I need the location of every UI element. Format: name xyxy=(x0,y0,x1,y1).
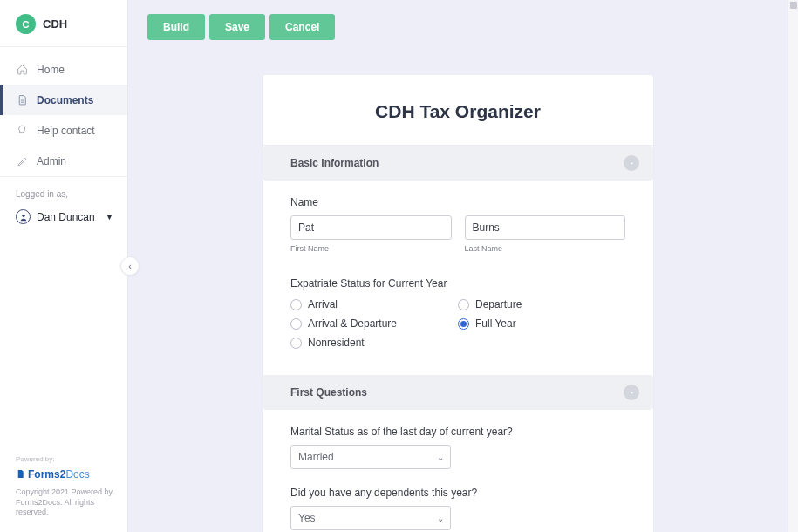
action-bar: Build Save Cancel xyxy=(147,14,768,40)
expatriate-status-radios: Arrival Departure Arrival & Departure Fu… xyxy=(290,298,625,349)
section-title: First Questions xyxy=(290,386,367,399)
nav-label: Home xyxy=(37,64,65,76)
chevron-down-icon: ▼ xyxy=(106,213,113,222)
radio-arrival[interactable]: Arrival xyxy=(290,298,458,310)
help-icon xyxy=(17,125,28,136)
document-icon xyxy=(17,94,28,106)
radio-icon xyxy=(290,299,302,310)
document-icon xyxy=(16,469,25,479)
nav-label: Admin xyxy=(37,155,66,167)
form-card: CDH Tax Organizer Basic Information Name… xyxy=(263,75,653,532)
user-menu[interactable]: Dan Duncan ▼ xyxy=(16,209,113,224)
cancel-button[interactable]: Cancel xyxy=(269,14,335,40)
collapse-section-icon[interactable] xyxy=(624,385,639,400)
name-label: Name xyxy=(290,196,625,208)
dependents-label: Did you have any dependents this year? xyxy=(290,487,625,499)
brand-part: Forms xyxy=(28,468,60,481)
user-name: Dan Duncan xyxy=(37,211,106,223)
sidebar-footer: Powered by: Forms2Docs Copyright 2021 Po… xyxy=(0,455,127,532)
marital-status-label: Marital Status as of the last day of cur… xyxy=(290,426,625,438)
sidebar: C CDH Home Documents Help contact Admin … xyxy=(0,0,128,532)
radio-label: Departure xyxy=(475,298,522,310)
first-name-input[interactable] xyxy=(290,215,452,240)
save-button[interactable]: Save xyxy=(209,14,265,40)
brand-name: CDH xyxy=(43,17,67,31)
nav-label: Help contact xyxy=(37,125,95,137)
nav-item-help[interactable]: Help contact xyxy=(0,115,127,146)
nav-list: Home Documents Help contact Admin xyxy=(0,47,127,177)
user-section: Logged in as, Dan Duncan ▼ xyxy=(0,177,127,235)
radio-icon xyxy=(290,318,302,330)
expatriate-status-label: Expatriate Status for Current Year xyxy=(290,277,625,290)
last-name-input[interactable] xyxy=(465,215,626,240)
brand-part: Docs xyxy=(65,468,89,481)
build-button[interactable]: Build xyxy=(147,14,205,40)
radio-label: Arrival & Departure xyxy=(308,317,397,330)
form-title: CDH Tax Organizer xyxy=(263,75,653,146)
section-header-first-questions[interactable]: First Questions xyxy=(263,375,653,410)
copyright-text: Copyright 2021 Powered by Forms2Docs. Al… xyxy=(16,488,113,518)
brand-part: 2 xyxy=(60,468,66,481)
svg-point-0 xyxy=(22,214,24,216)
scrollbar-track[interactable] xyxy=(788,0,798,532)
logged-in-label: Logged in as, xyxy=(16,189,113,199)
radio-arrival-departure[interactable]: Arrival & Departure xyxy=(290,317,458,330)
main-content: Build Save Cancel CDH Tax Organizer Basi… xyxy=(128,0,788,532)
radio-label: Nonresident xyxy=(308,337,365,349)
radio-icon xyxy=(458,318,469,330)
collapse-section-icon[interactable] xyxy=(624,155,639,171)
section-body-first-questions: Marital Status as of the last day of cur… xyxy=(263,410,653,532)
radio-icon xyxy=(458,299,469,310)
section-header-basic-info[interactable]: Basic Information xyxy=(263,146,653,181)
radio-departure[interactable]: Departure xyxy=(458,298,625,310)
radio-full-year[interactable]: Full Year xyxy=(458,317,625,330)
avatar-icon xyxy=(16,209,31,224)
radio-label: Arrival xyxy=(308,298,338,310)
nav-item-admin[interactable]: Admin xyxy=(0,146,127,176)
dependents-select[interactable]: Yes xyxy=(290,506,451,530)
radio-icon xyxy=(290,338,302,349)
radio-nonresident[interactable]: Nonresident xyxy=(290,337,458,349)
marital-status-select[interactable]: Married xyxy=(290,445,451,469)
first-name-sublabel: First Name xyxy=(290,244,452,253)
powered-by-label: Powered by: xyxy=(16,455,113,463)
nav-label: Documents xyxy=(37,94,93,106)
section-body-basic-info: Name First Name Last Name Expatriate Sta… xyxy=(263,181,653,375)
forms2docs-logo[interactable]: Forms2Docs xyxy=(16,468,113,481)
nav-item-home[interactable]: Home xyxy=(0,54,127,85)
last-name-sublabel: Last Name xyxy=(465,244,626,253)
home-icon xyxy=(17,64,28,75)
admin-icon xyxy=(17,155,28,167)
radio-label: Full Year xyxy=(475,317,516,330)
nav-item-documents[interactable]: Documents xyxy=(0,85,127,115)
section-title: Basic Information xyxy=(290,157,379,169)
brand-initial: C xyxy=(16,14,36,34)
brand-logo[interactable]: C CDH xyxy=(0,0,127,47)
